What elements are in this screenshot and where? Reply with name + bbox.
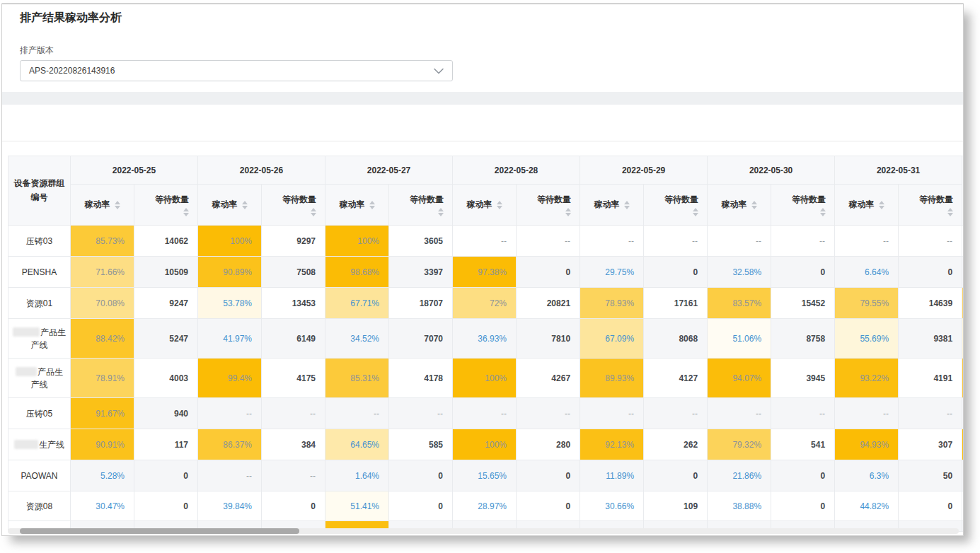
table-row: 资源0830.47%039.84%051.41%028.97%030.66%10… (8, 491, 964, 521)
redacted-text (16, 367, 37, 376)
utilization-cell: -- (708, 398, 771, 429)
waiting-cell: 0 (134, 460, 198, 491)
waiting-sort-header[interactable]: 等待数量 (134, 185, 198, 226)
horizontal-scrollbar-thumb[interactable] (20, 528, 299, 534)
utilization-cell: 85.31% (325, 359, 389, 398)
utilization-cell: -- (198, 460, 262, 491)
waiting-cell: 0 (389, 460, 453, 491)
waiting-cell: 0 (517, 257, 580, 288)
utilization-cell: 70.08% (71, 288, 134, 319)
waiting-cell: 50 (899, 460, 962, 491)
date-header: 2022-05-28 (453, 156, 580, 185)
utilization-sort-header[interactable]: 稼动率 (325, 185, 389, 226)
waiting-cell: 262 (644, 429, 708, 460)
waiting-cell: 14062 (134, 226, 198, 257)
sort-icon[interactable] (183, 208, 189, 216)
waiting-sort-header[interactable]: 等待数量 (517, 185, 580, 226)
waiting-cell: 541 (771, 429, 835, 460)
waiting-cell: 0 (134, 491, 198, 521)
utilization-cell: 88.42% (71, 319, 134, 359)
redacted-text (14, 440, 38, 449)
date-header: 2022-05-26 (198, 156, 325, 185)
sort-icon[interactable] (311, 208, 316, 216)
waiting-cell: 20821 (517, 288, 580, 319)
sort-icon[interactable] (565, 208, 571, 216)
utilization-cell: 90.91% (71, 429, 134, 460)
version-select-label: 排产版本 (20, 45, 54, 57)
waiting-cell: 5247 (134, 319, 198, 359)
utilization-cell: 41.97% (198, 319, 262, 359)
utilization-cell: 44.82% (835, 491, 899, 521)
utilization-cell: 6.3% (835, 460, 899, 491)
sort-icon[interactable] (820, 208, 826, 216)
waiting-cell: -- (262, 460, 325, 491)
utilization-cell: 53.78% (198, 288, 262, 319)
sort-icon[interactable] (947, 208, 953, 216)
waiting-cell: -- (517, 398, 580, 429)
waiting-sort-header[interactable]: 等待数量 (262, 185, 325, 226)
card-divider (2, 141, 963, 141)
utilization-cell: -- (835, 398, 899, 429)
waiting-cell: 14639 (899, 288, 962, 319)
row-label: 产品生产线 (8, 359, 71, 398)
sort-icon[interactable] (879, 201, 884, 209)
page-title: 排产结果稼动率分析 (20, 11, 122, 25)
version-select-value: APS-20220826143916 (29, 66, 115, 76)
utilization-cell: 15.65% (453, 460, 517, 491)
waiting-sort-header[interactable]: 等待数量 (644, 185, 708, 226)
waiting-cell: 0 (517, 460, 580, 491)
utilization-cell: 89.93% (580, 359, 644, 398)
waiting-cell: 940 (134, 398, 198, 429)
waiting-sort-header[interactable]: 等待数量 (771, 185, 835, 226)
table-row: 生产线90.91%11786.37%38464.65%585100%28092.… (8, 429, 964, 460)
sort-icon[interactable] (624, 201, 630, 209)
corner-header: 设备资源群组编号 (8, 156, 71, 226)
version-select[interactable]: APS-20220826143916 (20, 60, 453, 81)
waiting-cell: 7810 (517, 319, 580, 359)
utilization-cell: 32.58% (708, 257, 771, 288)
waiting-cell: 0 (644, 460, 708, 491)
row-label: 压铸05 (8, 398, 71, 429)
utilization-sort-header[interactable]: 稼动率 (71, 185, 134, 226)
sort-icon[interactable] (497, 201, 502, 209)
utilization-cell: 67.09% (580, 319, 644, 359)
utilization-cell: 64.65% (325, 429, 389, 460)
row-label: PAOWAN (8, 460, 71, 491)
utilization-cell: 34.52% (325, 319, 389, 359)
sort-icon[interactable] (751, 201, 757, 209)
waiting-cell: 4003 (134, 359, 198, 398)
overflow-cell (962, 257, 964, 288)
waiting-cell: 0 (771, 491, 835, 521)
utilization-sort-header[interactable]: 稼动率 (835, 185, 899, 226)
utilization-cell: 71.66% (71, 257, 134, 288)
waiting-cell: 3397 (389, 257, 453, 288)
utilization-sort-header[interactable]: 稼动率 (198, 185, 262, 226)
utilization-cell: -- (325, 398, 389, 429)
sort-icon[interactable] (438, 208, 444, 216)
waiting-cell: -- (389, 398, 453, 429)
overflow-cell (962, 521, 964, 532)
utilization-cell: -- (708, 226, 771, 257)
table-row: PENSHA71.66%1050990.89%750898.68%339797.… (8, 257, 964, 288)
waiting-cell: -- (262, 398, 325, 429)
sort-icon[interactable] (369, 201, 375, 209)
sort-icon[interactable] (693, 208, 698, 216)
sort-icon[interactable] (115, 201, 120, 209)
utilization-cell: 30.47% (71, 491, 134, 521)
sort-icon[interactable] (242, 201, 248, 209)
row-label: 压铸03 (8, 226, 71, 257)
waiting-cell: 10509 (134, 257, 198, 288)
waiting-sort-header[interactable]: 等待数量 (899, 185, 962, 226)
utilization-sort-header[interactable]: 稼动率 (580, 185, 644, 226)
utilization-sort-header[interactable]: 稼动率 (453, 185, 517, 226)
utilization-cell: 100% (453, 359, 517, 398)
date-header: 2022-05-25 (71, 156, 198, 185)
waiting-cell: 0 (899, 257, 962, 288)
utilization-sort-header[interactable]: 稼动率 (708, 185, 771, 226)
table-row: PAOWAN5.28%0----1.64%015.65%011.89%021.8… (8, 460, 964, 491)
utilization-cell: 39.84% (198, 491, 262, 521)
overflow-column-header (962, 156, 964, 226)
utilization-cell: 90.89% (198, 257, 262, 288)
table-row: 压铸0591.67%940------------------------ (8, 398, 964, 429)
waiting-sort-header[interactable]: 等待数量 (389, 185, 453, 226)
